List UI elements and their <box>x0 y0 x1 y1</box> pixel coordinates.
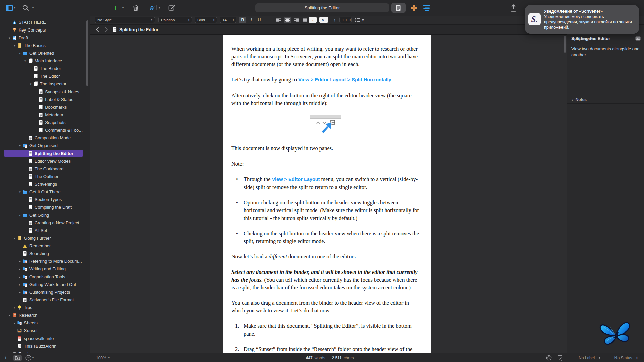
view-mode-outline-button[interactable] <box>422 3 431 13</box>
bookmark-check-icon[interactable] <box>557 353 563 362</box>
list-format-icon[interactable] <box>354 17 361 23</box>
target-icon[interactable] <box>546 353 552 362</box>
binder-item-get-it-out-there[interactable]: ▾Get It Out There <box>0 188 90 196</box>
binder-item-draft[interactable]: ▾Draft <box>0 34 90 42</box>
binder-options-icon[interactable] <box>25 353 31 362</box>
binder-item-splitting-the-editor[interactable]: Splitting the Editor <box>0 149 90 157</box>
list-format-chevron[interactable]: ▾ <box>361 17 365 23</box>
binder-item-key-concepts[interactable]: Key Concepts <box>0 26 90 34</box>
binder-item-main-interface[interactable]: ▾Main Interface <box>0 57 90 65</box>
disclosure-right-icon[interactable]: ▸ <box>17 260 23 263</box>
attach-icon[interactable] <box>148 0 156 16</box>
binder-item-going-further[interactable]: ▾Going Further <box>0 234 90 242</box>
zoom-selector[interactable]: 100%▾ <box>96 353 110 362</box>
binder-item-the-binder[interactable]: The Binder <box>0 65 90 72</box>
highlight-color-well[interactable]: a▾ <box>319 17 328 23</box>
notes-section-header[interactable]: ∨ Notes <box>567 96 644 104</box>
binder-item-the-outliner[interactable]: The Outliner <box>0 173 90 180</box>
history-back-button[interactable] <box>94 25 100 34</box>
binder-item-start-here[interactable]: START HERE <box>0 18 90 26</box>
add-item-chevron[interactable]: ▾ <box>121 0 125 16</box>
disclosure-down-icon[interactable]: ▾ <box>17 190 23 194</box>
compose-icon[interactable] <box>168 0 176 16</box>
binder-item-get-going[interactable]: ▾Get Going <box>0 211 90 219</box>
search-chevron[interactable]: ▾ <box>31 0 35 16</box>
binder-item-get-oriented[interactable]: ▾Get Oriented <box>0 49 90 57</box>
share-icon[interactable] <box>508 0 518 16</box>
font-weight-stepper[interactable]: Bold▴▾ <box>195 17 217 23</box>
binder-item-editor-view-modes[interactable]: Editor View Modes <box>0 157 90 165</box>
binder-item-composition-mode[interactable]: Composition Mode <box>0 134 90 142</box>
binder-item-bookmarks[interactable]: Bookmarks <box>0 103 90 111</box>
binder-item-comments-foo[interactable]: Comments & Foo... <box>0 126 90 134</box>
bold-button[interactable]: B <box>239 17 246 23</box>
binder-item-creating-a-new-project[interactable]: Creating a New Project <box>0 219 90 227</box>
line-spacing-stepper[interactable]: 1.1▴▾ <box>339 17 352 23</box>
binder-item-writing-and-editing[interactable]: ▸Writing and Editing <box>0 265 90 273</box>
binder-add-icon[interactable]: + <box>4 353 7 362</box>
underline-button[interactable]: U <box>256 17 263 23</box>
binder-item-label-status[interactable]: Label & Status <box>0 96 90 103</box>
binder-item-the-editor[interactable]: The Editor <box>0 72 90 80</box>
trash-icon[interactable] <box>131 0 140 16</box>
binder-item-scrivenings[interactable]: Scrivenings <box>0 180 90 188</box>
disclosure-down-icon[interactable]: ▾ <box>7 314 12 317</box>
binder-item-tips[interactable]: ▸Tips <box>0 304 90 311</box>
align-center-button[interactable] <box>284 17 291 23</box>
disclosure-down-icon[interactable]: ▾ <box>7 36 12 40</box>
attach-chevron[interactable]: ▾ <box>157 0 161 16</box>
font-size-stepper[interactable]: 14▴▾ <box>220 17 236 23</box>
status-selector[interactable]: No Status ▴▾ <box>610 353 641 362</box>
binder-item-all-set[interactable]: All Set <box>0 227 90 234</box>
toolbar-title-field[interactable]: Splitting the Editor <box>255 3 389 12</box>
binder-item-searching[interactable]: Searching <box>0 250 90 257</box>
binder-item-compiling-the-draft[interactable]: Compiling the Draft <box>0 203 90 211</box>
binder-item-scrivener-s-file-format[interactable]: Scrivener's File Format <box>0 296 90 304</box>
disclosure-down-icon[interactable]: ▾ <box>22 59 28 63</box>
disclosure-right-icon[interactable]: ▸ <box>17 275 23 279</box>
document-page[interactable]: When working on a long piece of writing,… <box>223 35 431 353</box>
binder-item-the-basics[interactable]: ▾The Basics <box>0 42 90 49</box>
add-folder-button[interactable] <box>13 353 22 362</box>
text-color-well[interactable]: ▾ <box>309 17 317 23</box>
disclosure-right-icon[interactable]: ▸ <box>17 291 23 294</box>
disclosure-right-icon[interactable]: ▸ <box>12 321 17 325</box>
binder-item-sunset[interactable]: Sunset <box>0 327 90 335</box>
binder-item-thisisbuzzaldrin[interactable]: ThisIsBuzzAldrin <box>0 342 90 350</box>
history-forward-button[interactable] <box>103 25 109 34</box>
align-left-button[interactable] <box>275 17 282 23</box>
binder-item-section-types[interactable]: Section Types <box>0 196 90 203</box>
binder-item-the-corkboard[interactable]: The Corkboard <box>0 165 90 173</box>
binder-item-synopsis-notes[interactable]: Synopsis & Notes <box>0 88 90 96</box>
binder-item-research[interactable]: ▾Research <box>0 311 90 319</box>
binder-scrollbar[interactable] <box>86 20 88 86</box>
style-dropdown[interactable]: No Style▾ <box>95 17 155 23</box>
italic-button[interactable]: I <box>248 17 255 23</box>
disclosure-down-icon[interactable]: ▾ <box>28 82 34 86</box>
binder-options-chevron[interactable]: ▾ <box>32 353 34 362</box>
editor-scrollbar[interactable] <box>564 36 566 53</box>
disclosure-down-icon[interactable]: ▾ <box>17 214 23 217</box>
synopsis-title[interactable]: Splitting the Editor <box>571 36 610 41</box>
synopsis-text[interactable]: View two documents alongside one another… <box>571 46 640 58</box>
editor-breadcrumb-title[interactable]: Splitting the Editor <box>119 25 158 34</box>
add-item-icon[interactable]: + <box>111 0 119 16</box>
inline-link[interactable]: View > Editor Layout > Split Horizontall… <box>298 77 391 82</box>
disclosure-down-icon[interactable]: ▾ <box>12 237 17 240</box>
disclosure-down-icon[interactable]: ▾ <box>17 144 23 147</box>
disclosure-down-icon[interactable]: ▾ <box>17 52 23 55</box>
font-family-stepper[interactable]: Palatino▴▾ <box>158 17 192 23</box>
notification-banner[interactable]: S. Уведомления от «Scrivener» Уведомлени… <box>525 5 639 34</box>
binder-item-remember[interactable]: Remember... <box>0 242 90 250</box>
binder-item-snapshots[interactable]: Snapshots <box>0 119 90 126</box>
disclosure-down-icon[interactable]: ▾ <box>12 44 17 47</box>
sidebar-toggle-chevron[interactable]: ▾ <box>13 0 17 16</box>
binder-item-sheets[interactable]: ▸Sheets <box>0 319 90 327</box>
view-mode-document-button[interactable] <box>391 3 406 13</box>
disclosure-right-icon[interactable]: ▸ <box>12 306 17 309</box>
binder-item-referring-to-more-docum[interactable]: ▸Referring to More Docum... <box>0 257 90 265</box>
view-mode-corkboard-button[interactable] <box>409 3 419 13</box>
align-justify-button[interactable] <box>301 17 309 23</box>
binder-item-customising-projects[interactable]: ▸Customising Projects <box>0 288 90 296</box>
binder-item-metadata[interactable]: Metadata <box>0 111 90 119</box>
